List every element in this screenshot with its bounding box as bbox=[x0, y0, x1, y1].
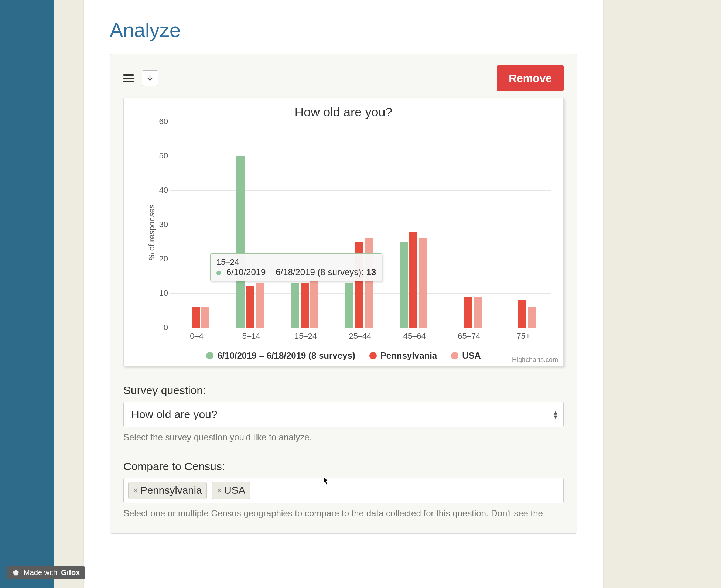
bar[interactable] bbox=[236, 156, 245, 328]
chart-container: How old are you? % of responses 01020304… bbox=[123, 98, 564, 366]
bar-group[interactable] bbox=[509, 122, 538, 328]
x-tick: 25–44 bbox=[349, 331, 371, 341]
bar[interactable] bbox=[345, 283, 353, 328]
gifox-brand: Gifox bbox=[61, 568, 80, 577]
survey-question-value: How old are you? bbox=[131, 408, 217, 420]
legend-item[interactable]: Pennsylvania bbox=[369, 351, 437, 361]
legend-label: 6/10/2019 – 6/18/2019 (8 surveys) bbox=[217, 351, 355, 361]
page-title: Analyze bbox=[110, 18, 577, 41]
analyze-card: Remove How old are you? % of responses 0… bbox=[110, 54, 577, 534]
download-icon bbox=[146, 74, 154, 82]
chart-credits[interactable]: Highcharts.com bbox=[512, 356, 558, 364]
bar[interactable] bbox=[192, 307, 200, 328]
bar[interactable] bbox=[310, 280, 318, 328]
x-tick: 15–24 bbox=[294, 331, 317, 341]
gifox-icon bbox=[12, 569, 20, 577]
bar[interactable] bbox=[464, 297, 472, 328]
y-tick: 10 bbox=[153, 288, 168, 298]
mouse-cursor bbox=[323, 476, 329, 485]
gifox-badge[interactable]: Made with Gifox bbox=[7, 566, 85, 579]
census-tag-label: Pennsylvania bbox=[140, 485, 202, 496]
bar-group[interactable] bbox=[182, 122, 212, 328]
compare-census-helper: Select one or multiple Census geographie… bbox=[123, 508, 564, 519]
survey-question-section: Survey question: How old are you? ▴▾ Sel… bbox=[123, 384, 564, 442]
tooltip-series-label: 6/10/2019 – 6/18/2019 (8 surveys): bbox=[226, 267, 364, 277]
bar[interactable] bbox=[518, 300, 526, 328]
bar-group[interactable] bbox=[291, 122, 321, 328]
x-tick: 0–4 bbox=[190, 331, 204, 341]
chart-tooltip: 15–24 6/10/2019 – 6/18/2019 (8 surveys):… bbox=[210, 253, 382, 281]
bar-group[interactable] bbox=[454, 122, 484, 328]
y-tick: 40 bbox=[153, 185, 168, 195]
survey-question-helper: Select the survey question you'd like to… bbox=[123, 432, 564, 442]
chart-title: How old are you? bbox=[133, 105, 554, 119]
x-tick: 45–64 bbox=[403, 331, 426, 341]
census-tag-label: USA bbox=[224, 485, 246, 496]
gifox-prefix: Made with bbox=[24, 568, 57, 577]
legend-label: USA bbox=[462, 351, 481, 361]
legend-swatch bbox=[451, 352, 458, 359]
compare-census-label: Compare to Census: bbox=[123, 460, 564, 473]
compare-census-section: Compare to Census: ×Pennsylvania×USA Sel… bbox=[123, 460, 564, 519]
legend-label: Pennsylvania bbox=[380, 351, 437, 361]
bar[interactable] bbox=[419, 238, 427, 328]
bar[interactable] bbox=[400, 242, 408, 328]
legend-item[interactable]: USA bbox=[451, 351, 481, 361]
survey-question-select[interactable]: How old are you? ▴▾ bbox=[123, 402, 564, 427]
bar[interactable] bbox=[365, 238, 373, 328]
plot-area[interactable]: 01020304050600–45–1415–2425–4445–6465–74… bbox=[170, 122, 551, 328]
remove-tag-icon[interactable]: × bbox=[217, 485, 222, 496]
x-tick: 5–14 bbox=[242, 331, 260, 341]
x-tick: 75+ bbox=[517, 331, 530, 341]
census-tag[interactable]: ×USA bbox=[212, 482, 250, 499]
bar[interactable] bbox=[256, 283, 264, 328]
y-tick: 30 bbox=[153, 220, 168, 229]
y-tick: 20 bbox=[153, 254, 168, 264]
legend-item[interactable]: 6/10/2019 – 6/18/2019 (8 surveys) bbox=[206, 351, 355, 361]
hamburger-icon[interactable] bbox=[123, 74, 134, 82]
bar[interactable] bbox=[246, 286, 254, 328]
remove-tag-icon[interactable]: × bbox=[133, 485, 138, 496]
compare-census-input[interactable]: ×Pennsylvania×USA bbox=[123, 478, 564, 503]
page: Analyze Remove How old are you? bbox=[84, 0, 603, 588]
census-tag[interactable]: ×Pennsylvania bbox=[128, 482, 207, 499]
tooltip-category: 15–24 bbox=[216, 257, 376, 267]
bar[interactable] bbox=[291, 283, 299, 328]
y-tick: 0 bbox=[153, 323, 168, 332]
bar[interactable] bbox=[409, 232, 417, 328]
y-tick: 50 bbox=[153, 151, 168, 161]
remove-button[interactable]: Remove bbox=[497, 65, 564, 91]
download-button[interactable] bbox=[142, 70, 158, 86]
bar-group[interactable] bbox=[236, 122, 266, 328]
left-rail bbox=[0, 0, 54, 588]
x-tick: 65–74 bbox=[458, 331, 480, 341]
select-caret-icon: ▴▾ bbox=[554, 410, 557, 419]
bar[interactable] bbox=[528, 307, 536, 328]
gridline bbox=[170, 328, 551, 328]
legend-swatch bbox=[369, 352, 377, 359]
bar[interactable] bbox=[474, 297, 482, 328]
y-tick: 60 bbox=[153, 117, 168, 126]
y-axis-label: % of responses bbox=[147, 204, 157, 260]
chart-legend: 6/10/2019 – 6/18/2019 (8 surveys)Pennsyl… bbox=[133, 351, 554, 361]
tooltip-dot bbox=[216, 271, 221, 275]
survey-question-label: Survey question: bbox=[123, 384, 564, 397]
bar-group[interactable] bbox=[400, 122, 429, 328]
bar[interactable] bbox=[201, 307, 209, 328]
tooltip-value: 13 bbox=[366, 267, 376, 277]
bar-group[interactable] bbox=[345, 122, 375, 328]
bar[interactable] bbox=[301, 283, 309, 328]
legend-swatch bbox=[206, 352, 213, 359]
